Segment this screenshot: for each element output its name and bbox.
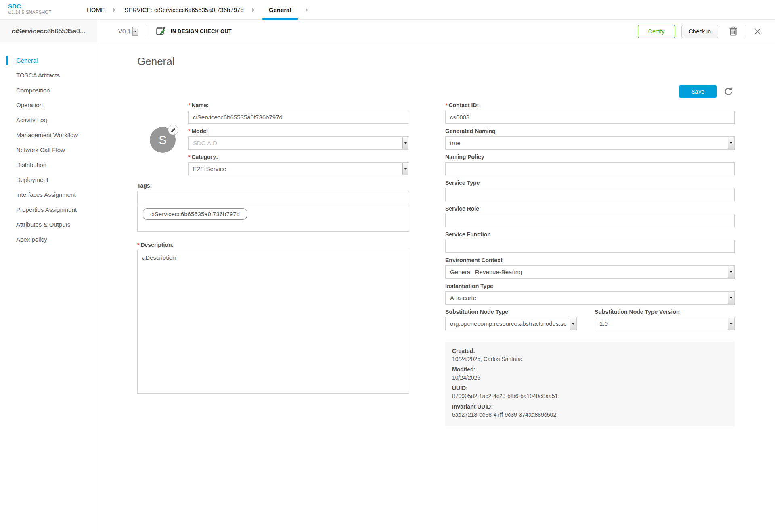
avatar-initial: S [159, 133, 167, 147]
sidebar-item-interfaces-assignment[interactable]: Interfaces Assignment [0, 187, 97, 202]
sidebar-item-tosca-artifacts[interactable]: TOSCA Artifacts [0, 68, 97, 83]
edit-avatar-button[interactable] [168, 125, 178, 135]
generated-naming-select[interactable]: true [445, 136, 735, 150]
substitution-node-type-version-label: Substitution Node Type Version [595, 309, 735, 315]
top-nav-bar: SDC v.1.14.5-SNAPSHOT HOME SERVICE: ciSe… [0, 0, 775, 20]
model-value: SDC AID [193, 140, 217, 146]
save-button[interactable]: Save [679, 85, 717, 98]
breadcrumb-arrow-icon [252, 8, 255, 12]
check-in-button[interactable]: Check in [681, 25, 718, 38]
environment-context-field: Environment Context General_Revenue-Bear… [445, 257, 735, 279]
version-select[interactable]: V0.1 [118, 27, 138, 36]
lifecycle-status-text: IN DESIGN CHECK OUT [171, 28, 232, 34]
dropdown-arrow-icon [570, 318, 576, 330]
tags-input[interactable] [137, 191, 409, 204]
uuid-label: UUID: [452, 384, 727, 392]
sidebar-item-properties-assignment[interactable]: Properties Assignment [0, 202, 97, 217]
sidebar-item-attributes-outputs[interactable]: Attributes & Outputs [0, 217, 97, 232]
dropdown-arrow-icon [728, 292, 734, 304]
sidebar-item-general[interactable]: General [0, 53, 97, 68]
generated-naming-field: Generated Naming true [445, 128, 735, 150]
dropdown-arrow-icon [402, 137, 408, 149]
substitution-node-type-version-field: Substitution Node Type Version 1.0 [595, 309, 735, 330]
instantiation-type-value: A-la-carte [450, 294, 476, 301]
sidebar-item-activity-log[interactable]: Activity Log [0, 113, 97, 127]
certify-button[interactable]: Certify [638, 25, 675, 38]
uuid-meta: UUID: 870905d2-1ac2-4c23-bfb6-ba1040e8aa… [452, 384, 727, 400]
substitution-node-type-field: Substitution Node Type org.openecomp.res… [445, 309, 577, 330]
substitution-node-type-select[interactable]: org.openecomp.resource.abstract.nodes.se… [445, 317, 577, 330]
sdc-logo-version: v.1.14.5-SNAPSHOT [8, 10, 51, 15]
environment-context-value: General_Revenue-Bearing [450, 269, 522, 275]
sdc-logo: SDC v.1.14.5-SNAPSHOT [8, 3, 51, 15]
toolbar-actions: Certify Check in [638, 25, 763, 38]
checkout-edit-icon [155, 26, 166, 36]
close-icon [754, 28, 761, 35]
revert-button[interactable] [722, 85, 735, 98]
breadcrumb-general-tab[interactable]: General [262, 0, 298, 20]
naming-policy-input[interactable] [445, 162, 735, 175]
naming-policy-label: Naming Policy [445, 154, 735, 160]
general-page: General Save S [97, 43, 775, 532]
sidebar-item-apex-policy[interactable]: Apex policy [0, 232, 97, 247]
environment-context-select[interactable]: General_Revenue-Bearing [445, 265, 735, 279]
description-textarea[interactable]: aDescription [137, 250, 409, 394]
naming-policy-field: Naming Policy [445, 154, 735, 175]
service-function-input[interactable] [445, 240, 735, 253]
description-label: *Description: [137, 242, 409, 248]
dropdown-arrow-icon [728, 137, 734, 149]
required-marker: * [188, 154, 190, 160]
sidebar-item-distribution[interactable]: Distribution [0, 157, 97, 172]
pencil-icon [171, 127, 176, 133]
workspace-toolbar: ciServicecc6b65535a0... V0.1 IN DESIGN C… [0, 20, 775, 43]
service-role-label: Service Role [445, 205, 735, 212]
sidebar-item-management-workflow[interactable]: Management Workflow [0, 127, 97, 142]
sidebar-item-network-call-flow[interactable]: Network Call Flow [0, 142, 97, 157]
contact-id-label: *Contact ID: [445, 102, 735, 108]
modified-label: Modifed: [452, 365, 727, 373]
page-title: General [137, 55, 175, 68]
lifecycle-status: IN DESIGN CHECK OUT [155, 26, 232, 36]
created-meta: Created: 10/24/2025, Carlos Santana [452, 347, 727, 363]
model-select: SDC AID [188, 136, 409, 150]
breadcrumb-home[interactable]: HOME [86, 0, 106, 20]
environment-context-label: Environment Context [445, 257, 735, 263]
generated-naming-value: true [450, 140, 461, 146]
breadcrumb-service[interactable]: SERVICE: ciServicecc6b65535a0f736b797d [124, 0, 245, 20]
sdc-logo-title: SDC [8, 3, 51, 10]
substitution-node-type-value: org.openecomp.resource.abstract.nodes.se… [450, 320, 566, 327]
close-button[interactable] [752, 26, 763, 37]
name-input[interactable] [188, 111, 409, 124]
substitution-row: Substitution Node Type org.openecomp.res… [445, 309, 735, 334]
entity-name: ciServicecc6b65535a0... [0, 20, 97, 43]
service-type-label: Service Type [445, 179, 735, 186]
breadcrumb: HOME SERVICE: ciServicecc6b65535a0f736b7… [86, 0, 316, 20]
refresh-icon [724, 87, 733, 96]
model-label: *Model [188, 128, 409, 134]
required-marker: * [137, 242, 139, 248]
category-select[interactable]: E2E Service [188, 162, 409, 175]
contact-id-input[interactable] [445, 111, 735, 124]
delete-button[interactable] [727, 25, 739, 38]
breadcrumb-arrow-icon [306, 8, 308, 12]
metadata-panel: Created: 10/24/2025, Carlos Santana Modi… [445, 342, 735, 426]
substitution-node-type-version-select[interactable]: 1.0 [595, 317, 735, 330]
substitution-node-type-version-value: 1.0 [599, 320, 608, 327]
general-form: S *Name: *Model SDC A [137, 102, 735, 426]
dropdown-arrow-icon [728, 266, 734, 278]
form-right-column: *Contact ID: Generated Naming true Namin… [445, 102, 735, 426]
service-role-input[interactable] [445, 214, 735, 227]
sidebar-item-composition[interactable]: Composition [0, 83, 97, 98]
sdc-app: SDC v.1.14.5-SNAPSHOT HOME SERVICE: ciSe… [0, 0, 775, 532]
dropdown-arrow-icon [728, 318, 734, 330]
uuid-value: 870905d2-1ac2-4c23-bfb6-ba1040e8aa51 [452, 392, 727, 400]
tag-chip[interactable]: ciServicecc6b65535a0f736b797d [143, 208, 247, 220]
sidebar-item-operation[interactable]: Operation [0, 98, 97, 113]
sidebar-item-deployment[interactable]: Deployment [0, 172, 97, 187]
service-type-input[interactable] [445, 188, 735, 201]
version-dropdown-icon[interactable] [132, 27, 138, 36]
service-type-field: Service Type [445, 179, 735, 201]
instantiation-type-select[interactable]: A-la-carte [445, 291, 735, 305]
toolbar-divider [147, 25, 147, 38]
dropdown-arrow-icon [402, 163, 408, 175]
